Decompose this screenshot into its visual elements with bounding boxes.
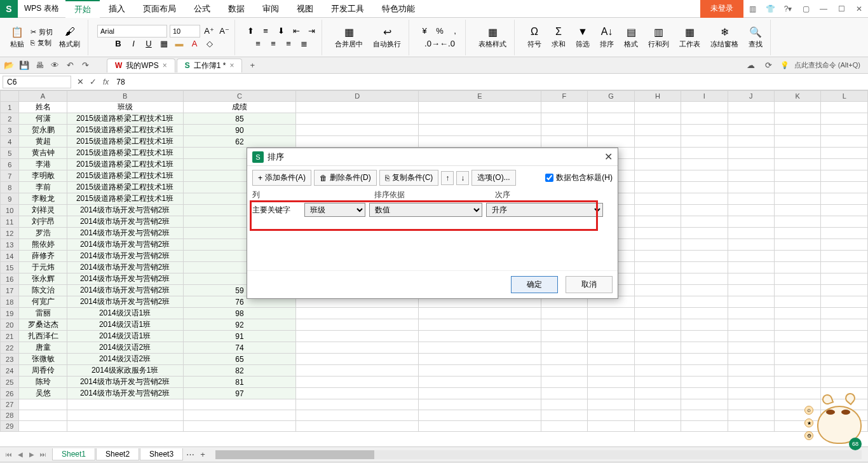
- cell-L21[interactable]: [821, 331, 868, 342]
- col-header-G[interactable]: G: [588, 91, 635, 102]
- cell-B27[interactable]: [67, 399, 183, 410]
- cell-K10[interactable]: [774, 205, 820, 216]
- cell-L22[interactable]: [821, 342, 868, 354]
- indent-left-button[interactable]: ⇤: [290, 25, 302, 38]
- cell-K21[interactable]: [774, 331, 820, 342]
- cell-I11[interactable]: [681, 216, 728, 228]
- cell-D24[interactable]: [296, 365, 419, 377]
- formula-input[interactable]: [112, 76, 868, 88]
- cell-J19[interactable]: [728, 308, 774, 319]
- cell-H6[interactable]: [634, 159, 681, 170]
- cell-L25[interactable]: [821, 377, 868, 388]
- cell-D1[interactable]: [296, 102, 419, 113]
- cell-G26[interactable]: [588, 388, 635, 399]
- cell-A20[interactable]: 罗桑达杰: [19, 319, 67, 331]
- cell-C2[interactable]: 85: [183, 113, 296, 125]
- cell-B4[interactable]: 2015级道路桥梁工程技术1班: [67, 136, 183, 148]
- cell-H14[interactable]: [634, 251, 681, 262]
- cell-G3[interactable]: [588, 125, 635, 136]
- cell-L4[interactable]: [821, 136, 868, 148]
- first-sheet-icon[interactable]: ⏮: [4, 450, 14, 460]
- cell-J3[interactable]: [728, 125, 774, 136]
- cell-B26[interactable]: 2014级市场开发与营销2班: [67, 388, 183, 399]
- cell-C24[interactable]: 82: [183, 365, 296, 377]
- doc-tab-1[interactable]: S工作簿1 *×: [177, 59, 243, 73]
- cell-B11[interactable]: 2014级市场开发与营销2班: [67, 216, 183, 228]
- cell-I26[interactable]: [681, 388, 728, 399]
- sort-button[interactable]: A↓排序: [596, 24, 618, 50]
- cell-I16[interactable]: [681, 273, 728, 285]
- menu-tab-3[interactable]: 公式: [185, 0, 219, 18]
- move-down-button[interactable]: ↓: [456, 171, 469, 185]
- cell-J22[interactable]: [728, 342, 774, 354]
- col-header-B[interactable]: B: [67, 91, 183, 102]
- symbol-button[interactable]: Ω符号: [524, 24, 545, 50]
- cancel-button[interactable]: 取消: [566, 276, 613, 293]
- copy-condition-button[interactable]: ⎘复制条件(C): [379, 170, 439, 186]
- cell-H17[interactable]: [634, 285, 681, 296]
- cell-I29[interactable]: [681, 421, 728, 432]
- cell-K13[interactable]: [774, 239, 820, 251]
- cell-K15[interactable]: [774, 262, 820, 273]
- cell-I7[interactable]: [681, 170, 728, 182]
- cell-I18[interactable]: [681, 296, 728, 308]
- cell-L3[interactable]: [821, 125, 868, 136]
- last-sheet-icon[interactable]: ⏭: [38, 450, 48, 460]
- cell-K17[interactable]: [774, 285, 820, 296]
- cell-J18[interactable]: [728, 296, 774, 308]
- cell-G22[interactable]: [588, 342, 635, 354]
- increase-font-button[interactable]: A⁺: [203, 25, 215, 38]
- cell-K8[interactable]: [774, 182, 820, 193]
- cell-B12[interactable]: 2014级市场开发与营销2班: [67, 228, 183, 239]
- find-button[interactable]: 🔍查找: [745, 24, 766, 50]
- cell-B21[interactable]: 2014级汉语1班: [67, 331, 183, 342]
- cell-E19[interactable]: [419, 308, 541, 319]
- cell-G29[interactable]: [588, 421, 635, 432]
- menu-tab-8[interactable]: 特色功能: [373, 0, 424, 18]
- cell-A23[interactable]: 张微敏: [19, 354, 67, 365]
- cell-C28[interactable]: [183, 410, 296, 421]
- sheet-tab-Sheet3[interactable]: Sheet3: [140, 448, 183, 460]
- cell-B17[interactable]: 2014级市场开发与营销2班: [67, 285, 183, 296]
- cell-B10[interactable]: 2014级市场开发与营销2班: [67, 205, 183, 216]
- cell-K20[interactable]: [774, 319, 820, 331]
- cell-A19[interactable]: 雷丽: [19, 308, 67, 319]
- cell-B15[interactable]: 2014级市场开发与营销2班: [67, 262, 183, 273]
- confirm-formula-icon[interactable]: ✓: [86, 76, 99, 88]
- cell-L13[interactable]: [821, 239, 868, 251]
- minimize-icon[interactable]: —: [815, 0, 832, 18]
- cell-A7[interactable]: 李明敞: [19, 170, 67, 182]
- cell-F25[interactable]: [541, 377, 587, 388]
- cell-H26[interactable]: [634, 388, 681, 399]
- cell-J26[interactable]: [728, 388, 774, 399]
- cell-I23[interactable]: [681, 354, 728, 365]
- open-icon[interactable]: 📂: [3, 59, 15, 72]
- cell-I6[interactable]: [681, 159, 728, 170]
- cell-D28[interactable]: [296, 410, 419, 421]
- comma-button[interactable]: ,: [449, 25, 461, 38]
- cell-K23[interactable]: [774, 354, 820, 365]
- sort-column-select[interactable]: 班级: [304, 203, 365, 217]
- cell-F4[interactable]: [541, 136, 587, 148]
- cell-I19[interactable]: [681, 308, 728, 319]
- cell-A25[interactable]: 陈玲: [19, 377, 67, 388]
- add-sheet-icon[interactable]: +: [196, 448, 209, 461]
- cell-J2[interactable]: [728, 113, 774, 125]
- skin-icon[interactable]: ▥: [743, 0, 761, 18]
- cell-F28[interactable]: [541, 410, 587, 421]
- cell-A1[interactable]: 姓名: [19, 102, 67, 113]
- menu-tab-4[interactable]: 数据: [219, 0, 254, 18]
- format-painter-button[interactable]: 🖌 格式刷: [55, 24, 84, 50]
- cell-F19[interactable]: [541, 308, 587, 319]
- cancel-formula-icon[interactable]: ✕: [74, 76, 86, 88]
- cell-B3[interactable]: 2015级道路桥梁工程技术1班: [67, 125, 183, 136]
- cell-L2[interactable]: [821, 113, 868, 125]
- cell-B29[interactable]: [67, 421, 183, 432]
- cell-G24[interactable]: [588, 365, 635, 377]
- cell-J21[interactable]: [728, 331, 774, 342]
- cell-H12[interactable]: [634, 228, 681, 239]
- cell-K6[interactable]: [774, 159, 820, 170]
- cell-F24[interactable]: [541, 365, 587, 377]
- cell-E1[interactable]: [419, 102, 541, 113]
- cell-H10[interactable]: [634, 205, 681, 216]
